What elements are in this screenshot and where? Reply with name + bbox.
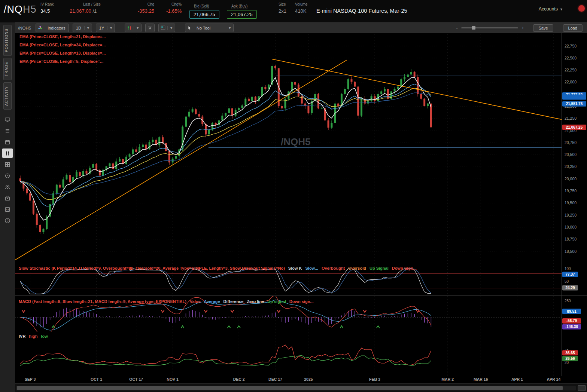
indicators-button[interactable]: Indicators xyxy=(36,24,69,32)
time-axis: SEP 3OCT 1OCT 17NOV 1DEC 2DEC 172025FEB … xyxy=(25,377,561,382)
svg-text:77.37: 77.37 xyxy=(565,272,575,276)
svg-text:21,067.25: 21,067.25 xyxy=(566,125,583,129)
last-size-field: Last / Size 21,067.00 /1 xyxy=(70,2,101,14)
grid-icon[interactable] xyxy=(2,160,13,169)
accounts-dropdown[interactable]: Accounts▼ xyxy=(539,6,563,12)
svg-text:19,000: 19,000 xyxy=(565,225,577,229)
trading-platform-window: /NQH5 IV Rank 34.5 Last / Size 21,067.00… xyxy=(0,0,587,392)
svg-text:18,750: 18,750 xyxy=(565,237,577,241)
sidebar-tab-trade[interactable]: TRADE xyxy=(3,58,12,80)
save-button[interactable]: Save xyxy=(533,24,553,32)
svg-text:20,750: 20,750 xyxy=(565,140,577,145)
chart-toolbar: /NQH5 Indicators 1D ▼ 1Y ▼ ▼ ▼ No Tool xyxy=(15,22,587,33)
panel-frame xyxy=(15,33,587,376)
macd-panel xyxy=(15,295,562,338)
ask-button[interactable]: 21,067.25 xyxy=(227,10,257,19)
svg-text:89.51: 89.51 xyxy=(567,309,576,313)
zoom-slider-thumb[interactable] xyxy=(472,26,475,30)
watchlist-icon[interactable] xyxy=(2,126,13,135)
svg-text:Fx: Fx xyxy=(6,208,10,211)
svg-text:APR 14: APR 14 xyxy=(547,377,560,382)
monitor-icon[interactable] xyxy=(2,115,13,124)
svg-text:50: 50 xyxy=(565,279,569,284)
range-dropdown[interactable]: 1Y ▼ xyxy=(96,24,115,32)
svg-text:250: 250 xyxy=(565,299,571,303)
stochastic-panel xyxy=(15,269,562,294)
alert-indicator-icon[interactable] xyxy=(578,5,585,12)
svg-text:-56.79: -56.79 xyxy=(566,319,577,323)
svg-text:20,500: 20,500 xyxy=(565,152,577,157)
calendar-icon[interactable] xyxy=(2,137,13,147)
bid-field: Bid (Sell) 21,066.75 xyxy=(189,2,219,19)
svg-text:19,500: 19,500 xyxy=(565,200,577,205)
drawing-tool-dropdown[interactable]: No Tool ▼ xyxy=(185,24,234,32)
gear-icon xyxy=(146,25,154,31)
bid-button[interactable]: 21,066.75 xyxy=(189,10,219,19)
quote-header: /NQH5 IV Rank 34.5 Last / Size 21,067.00… xyxy=(0,0,587,22)
iv-rank-field: IV Rank 34.5 xyxy=(40,2,54,14)
svg-text:?: ? xyxy=(7,219,9,223)
symbol-title: /NQH5 xyxy=(4,4,37,15)
svg-text:SEP 3: SEP 3 xyxy=(25,377,36,382)
resize-grip[interactable] xyxy=(578,385,586,391)
svg-text:NOV 1: NOV 1 xyxy=(167,377,179,382)
scrollbar-thumb[interactable] xyxy=(17,386,563,390)
trendline-layer[interactable] xyxy=(15,59,562,260)
candlestick-layer xyxy=(19,64,432,234)
sidebar-tab-positions[interactable]: POSITIONS xyxy=(3,25,12,56)
price-chart[interactable]: /NQH518,50018,75019,00019,25019,50019,75… xyxy=(15,33,587,383)
fx-icon[interactable]: Fx xyxy=(2,205,13,214)
change-pct-field: Chg% -1.65% xyxy=(166,2,182,14)
volume-field: Volume 410K xyxy=(295,2,307,14)
svg-text:26.56: 26.56 xyxy=(565,356,575,361)
size-field: Size 2x1 xyxy=(279,2,286,14)
help-icon[interactable]: ? xyxy=(2,216,13,225)
chevron-down-icon: ▼ xyxy=(226,26,233,30)
chevron-down-icon: ▼ xyxy=(134,26,141,30)
svg-text:36.65: 36.65 xyxy=(565,351,575,355)
svg-text:24.29: 24.29 xyxy=(565,286,575,290)
svg-text:20,250: 20,250 xyxy=(565,164,577,169)
ivr-panel xyxy=(20,345,431,366)
svg-text:21,551.75: 21,551.75 xyxy=(566,102,583,106)
settings-button[interactable] xyxy=(145,24,155,32)
scrollbar-track[interactable] xyxy=(16,386,576,391)
community-icon[interactable] xyxy=(2,182,13,192)
chevron-down-icon: ▼ xyxy=(107,26,115,30)
chart-icon[interactable] xyxy=(2,148,13,158)
svg-text:2025: 2025 xyxy=(304,377,313,382)
candlestick-style-icon xyxy=(125,25,134,31)
indicators-flower-icon xyxy=(36,25,45,31)
load-button[interactable]: Load xyxy=(563,24,583,32)
svg-text:FEB 3: FEB 3 xyxy=(369,377,380,382)
sidebar-tab-activity[interactable]: ACTIVITY xyxy=(3,82,12,110)
chart-symbol-label: /NQH5 xyxy=(18,26,31,30)
zoom-out-button[interactable]: - xyxy=(456,25,458,31)
chevron-down-icon: ▼ xyxy=(560,7,563,11)
zoom-in-button[interactable]: + xyxy=(521,25,524,31)
timeframe-dropdown[interactable]: 1D ▼ xyxy=(73,24,92,32)
horizontal-scrollbar[interactable] xyxy=(15,383,587,392)
svg-text:21,250: 21,250 xyxy=(565,116,577,120)
svg-text:19,750: 19,750 xyxy=(565,189,577,193)
gridlines: /NQH5 xyxy=(15,33,562,376)
archive-icon[interactable] xyxy=(2,193,13,203)
clock-icon[interactable] xyxy=(2,171,13,180)
svg-text:MAR 16: MAR 16 xyxy=(474,377,488,382)
main-chart-layer[interactable] xyxy=(15,59,562,260)
zoom-slider[interactable] xyxy=(461,27,518,28)
svg-text:22,250: 22,250 xyxy=(565,68,577,72)
svg-text:OCT 17: OCT 17 xyxy=(129,377,143,382)
chart-type-dropdown[interactable]: ▼ xyxy=(125,24,142,32)
svg-text:-146.30: -146.30 xyxy=(565,325,578,329)
instrument-title: E-mini NASDAQ-100 Futures, Mar-25 xyxy=(316,8,407,14)
price-axis: 18,50018,75019,00019,25019,50019,75020,0… xyxy=(565,44,577,365)
svg-text:22,000: 22,000 xyxy=(565,80,577,84)
svg-text:DEC 17: DEC 17 xyxy=(268,377,282,382)
svg-text:18,500: 18,500 xyxy=(565,249,577,254)
ask-field: Ask (Buy) 21,067.25 xyxy=(227,2,257,19)
layout-grid-icon xyxy=(159,25,167,31)
layout-dropdown[interactable]: ▼ xyxy=(158,24,175,32)
svg-text:APR 1: APR 1 xyxy=(511,377,523,382)
zoom-control: - + xyxy=(456,25,524,31)
